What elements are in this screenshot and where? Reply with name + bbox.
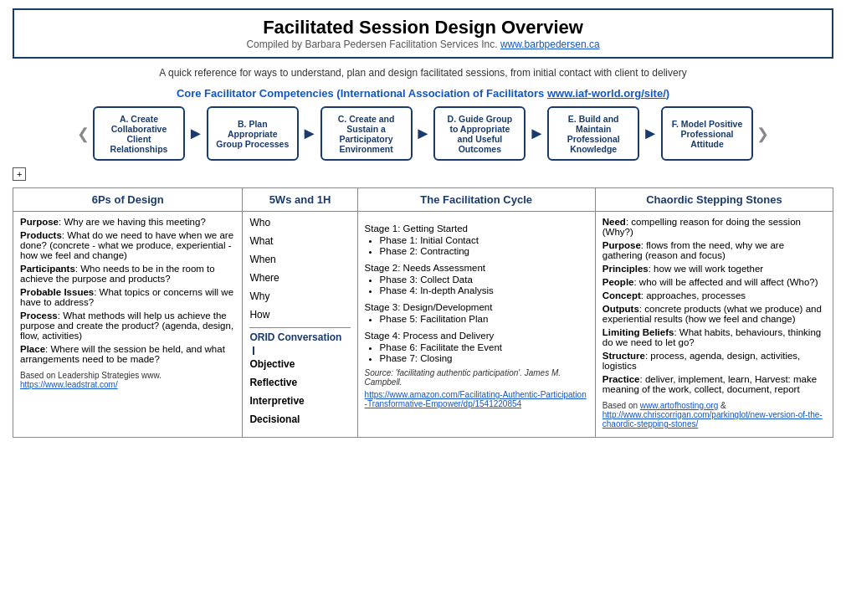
competencies-flow: ❮ A. Create Collaborative Client Relatio… bbox=[13, 106, 833, 161]
chaordic-people: People: who will be affected and will af… bbox=[602, 277, 826, 287]
sixps-probable: Probable Issues: What topics or concerns… bbox=[20, 287, 235, 307]
artofhosting-link[interactable]: www.artofhosting.org bbox=[640, 401, 718, 410]
chaordic-practice: Practice: deliver, implement, learn, Har… bbox=[602, 374, 826, 394]
facilitation-cell: Stage 1: Getting Started Phase 1: Initia… bbox=[357, 212, 595, 438]
comp-next-button[interactable]: ❯ bbox=[756, 125, 769, 143]
page-title: Facilitated Session Design Overview bbox=[27, 17, 819, 38]
fivews-when: When bbox=[249, 254, 350, 265]
header-5ws: 5Ws and 1H bbox=[243, 188, 357, 212]
sixps-process: Process: What methods will help us achie… bbox=[20, 311, 235, 341]
chaordic-cell: Need: compelling reason for doing the se… bbox=[595, 212, 833, 438]
sixps-participants: Participants: Who needs to be in the roo… bbox=[20, 264, 235, 284]
comp-box-b: B. Plan Appropriate Group Processes bbox=[207, 106, 299, 161]
core-label: Core Facilitator Competencies (Internati… bbox=[177, 87, 544, 100]
stage2-bullets: Phase 3: Collect Data Phase 4: In-depth … bbox=[365, 275, 588, 295]
stage3-bullets: Phase 5: Facilitation Plan bbox=[365, 314, 588, 324]
main-table: 6Ps of Design 5Ws and 1H The Facilitatio… bbox=[13, 187, 833, 438]
phase2: Phase 2: Contracting bbox=[380, 246, 588, 256]
header-chaordic: Chaordic Stepping Stones bbox=[595, 188, 833, 212]
sixps-products: Products: What do we need to have when w… bbox=[20, 230, 235, 260]
fivews-cell: Who What When Where Why How ORID Convers… bbox=[243, 212, 357, 438]
orid-reflective: Reflective bbox=[249, 377, 350, 388]
leadstrat-link[interactable]: https://www.leadstrat.com/ bbox=[20, 380, 118, 389]
barbpedersen-link[interactable]: www.barbpedersen.ca bbox=[500, 38, 600, 50]
header-box: Facilitated Session Design Overview Comp… bbox=[13, 8, 833, 59]
phase3: Phase 3: Collect Data bbox=[380, 275, 588, 285]
comp-arrow-3: ► bbox=[415, 124, 432, 143]
chaordic-principles: Principles: how we will work together bbox=[602, 264, 826, 274]
fivews-how: How bbox=[249, 309, 350, 321]
header-facilitation: The Facilitation Cycle bbox=[357, 188, 595, 212]
phase6: Phase 6: Facilitate the Event bbox=[380, 342, 588, 352]
phase1: Phase 1: Initial Contact bbox=[380, 235, 588, 245]
orid-decisional: Decisional bbox=[249, 413, 350, 425]
subtitle-text: Compiled by Barbara Pedersen Facilitatio… bbox=[246, 38, 497, 50]
comp-box-d: D. Guide Group to Appropriate and Useful… bbox=[433, 106, 526, 161]
core-title: Core Facilitator Competencies (Internati… bbox=[177, 87, 669, 100]
core-competencies-section: Core Facilitator Competencies (Internati… bbox=[13, 87, 833, 100]
comp-prev-button[interactable]: ❮ bbox=[77, 125, 90, 143]
fivews-where: Where bbox=[249, 272, 350, 284]
chaordic-basedon: Based on www.artofhosting.org & http://w… bbox=[602, 401, 826, 429]
fivews-who: Who bbox=[249, 217, 350, 228]
source-text: Source: 'facilitating authentic particip… bbox=[365, 368, 588, 387]
sixps-place: Place: Where will the session be held, a… bbox=[20, 344, 235, 364]
sixps-basedon: Based on Leadership Strategies www. http… bbox=[20, 371, 235, 389]
chaordic-structure: Structure: process, agenda, design, acti… bbox=[602, 351, 826, 371]
stage4-bullets: Phase 6: Facilitate the Event Phase 7: C… bbox=[365, 342, 588, 363]
orid-objective: Objective bbox=[249, 358, 350, 370]
chaordic-outputs: Outputs: concrete products (what we prod… bbox=[602, 304, 826, 324]
chaordic-concept: Concept: approaches, processes bbox=[602, 290, 826, 300]
stage2-heading: Stage 2: Needs Assessment bbox=[365, 263, 588, 273]
header-subtitle: Compiled by Barbara Pedersen Facilitatio… bbox=[27, 38, 819, 50]
orid-title: ORID Conversation bbox=[249, 327, 350, 343]
comp-arrow-5: ► bbox=[642, 124, 659, 143]
stage1-heading: Stage 1: Getting Started bbox=[365, 223, 588, 234]
chriscorrigan-link[interactable]: http://www.chriscorrigan.com/parkinglot/… bbox=[602, 410, 823, 429]
amazon-link[interactable]: https://www.amazon.com/Facilitating-Auth… bbox=[365, 390, 588, 408]
fivews-why: Why bbox=[249, 290, 350, 302]
sixps-purpose: Purpose: Why are we having this meeting? bbox=[20, 217, 235, 227]
chaordic-purpose: Purpose: flows from the need, why we are… bbox=[602, 240, 826, 260]
zoom-icon[interactable]: + bbox=[13, 167, 26, 181]
iaf-link[interactable]: www.iaf-world.org/site/ bbox=[547, 87, 666, 100]
phase4: Phase 4: In-depth Analysis bbox=[380, 285, 588, 295]
comp-arrow-4: ► bbox=[528, 124, 545, 143]
comp-arrow-2: ► bbox=[301, 124, 318, 143]
header-6ps: 6Ps of Design bbox=[13, 188, 243, 212]
intro-text: A quick reference for ways to understand… bbox=[13, 67, 833, 79]
stage3-heading: Stage 3: Design/Development bbox=[365, 302, 588, 312]
orid-interpretive: Interpretive bbox=[249, 395, 350, 407]
stage1-bullets: Phase 1: Initial Contact Phase 2: Contra… bbox=[365, 235, 588, 256]
comp-box-f: F. Model Positive Professional Attitude bbox=[661, 106, 753, 161]
phase7: Phase 7: Closing bbox=[380, 353, 588, 363]
stage4-heading: Stage 4: Process and Delivery bbox=[365, 331, 588, 341]
sixps-cell: Purpose: Why are we having this meeting?… bbox=[13, 212, 243, 438]
comp-arrow-1: ► bbox=[187, 124, 204, 143]
comp-box-c: C. Create and Sustain a Participatory En… bbox=[320, 106, 413, 161]
comp-box-a: A. Create Collaborative Client Relations… bbox=[93, 106, 185, 161]
phase5: Phase 5: Facilitation Plan bbox=[380, 314, 588, 324]
page: Facilitated Session Design Overview Comp… bbox=[0, 0, 846, 446]
fivews-what: What bbox=[249, 235, 350, 247]
chaordic-need: Need: compelling reason for doing the se… bbox=[602, 217, 826, 237]
chaordic-limiting: Limiting Beliefs: What habits, behaviour… bbox=[602, 327, 826, 347]
comp-box-e: E. Build and Maintain Professional Knowl… bbox=[547, 106, 639, 161]
